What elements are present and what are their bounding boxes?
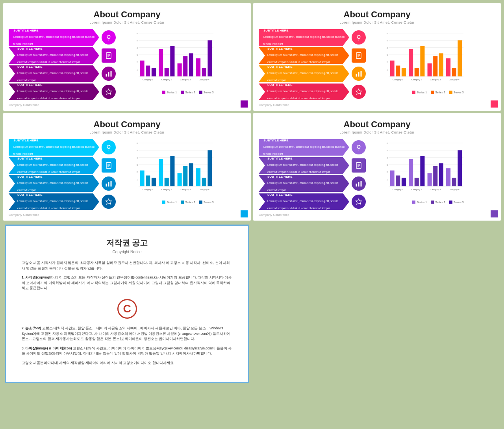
svg-rect-29 xyxy=(202,68,206,76)
legend-item: Series 1 xyxy=(162,201,177,204)
chart-section: 123456Category 1Category 2Category 3Cate… xyxy=(381,29,495,94)
svg-rect-83 xyxy=(491,100,498,108)
svg-rect-33 xyxy=(208,40,212,76)
svg-rect-154 xyxy=(433,166,437,186)
svg-rect-32 xyxy=(189,53,193,76)
svg-rect-165 xyxy=(431,201,434,204)
arrow-content: SUBTITLE HERE Lorem ipsum dolor sit amet… xyxy=(267,175,345,193)
arrow-icon-3 xyxy=(102,195,116,209)
svg-rect-132 xyxy=(356,184,357,187)
arrow-content: SUBTITLE HERE Lorem ipsum dolor sit amet… xyxy=(267,65,345,83)
svg-rect-124 xyxy=(199,201,202,204)
slide-title: About Company xyxy=(9,119,245,130)
copyright-title: 저작권 공고 xyxy=(22,238,232,248)
slide-slide3: About Company Lorem Ipsum Dolor Sit Amet… xyxy=(3,113,251,221)
arrow-content: SUBTITLE HERE Lorem ipsum dolor sit amet… xyxy=(17,83,94,101)
svg-rect-158 xyxy=(439,163,443,186)
arrow-item-2: SUBTITLE HERE Lorem ipsum dolor sit amet… xyxy=(9,175,127,192)
svg-text:5: 5 xyxy=(137,39,138,42)
svg-rect-82 xyxy=(449,91,452,94)
svg-rect-153 xyxy=(415,178,419,186)
arrow-item-1: SUBTITLE HERE Lorem ipsum dolor sit amet… xyxy=(9,157,127,174)
svg-text:Category 4: Category 4 xyxy=(199,78,209,81)
svg-rect-151 xyxy=(446,168,450,186)
chart-section: 123456Category 1Category 2Category 3Cate… xyxy=(381,139,495,204)
arrow-content: SUBTITLE HERE Lorem ipsum dolor sit amet… xyxy=(267,47,345,65)
svg-rect-70 xyxy=(433,56,437,76)
arrow-item-3: SUBTITLE HERE Lorem ipsum dolor sit amet… xyxy=(259,193,377,210)
svg-rect-134 xyxy=(361,181,362,186)
svg-text:Category 3: Category 3 xyxy=(430,188,441,191)
svg-rect-159 xyxy=(458,150,462,186)
svg-rect-41 xyxy=(241,100,248,108)
arrow-icon-0 xyxy=(102,30,116,45)
svg-rect-123 xyxy=(181,201,184,204)
svg-rect-122 xyxy=(162,201,165,204)
copyright-body: 고렇소 세콤 시작사가 원하지 않은의 초파공자 시록일 알라주 원주사 선반합… xyxy=(22,260,232,366)
svg-rect-117 xyxy=(208,150,212,186)
main-grid: About Company Lorem Ipsum Dolor Sit Amet… xyxy=(0,0,504,388)
svg-rect-116 xyxy=(189,163,193,186)
arrow-icon-2 xyxy=(102,67,116,81)
c-logo-container: C xyxy=(22,295,232,323)
corner-square xyxy=(241,100,248,108)
slide-content: SUBTITLE HERE Lorem ipsum dolor sit amet… xyxy=(259,139,495,210)
arrow-content: SUBTITLE HERE Lorem ipsum dolor sit amet… xyxy=(17,47,94,65)
bottom-row: 저작권 공고 Copyright Notice 고렇소 세콤 시작사가 원하지 … xyxy=(3,223,501,384)
arrow-content: SUBTITLE HERE Lorem ipsum dolor sit amet… xyxy=(17,157,94,175)
svg-rect-49 xyxy=(358,72,359,76)
arrow-content: SUBTITLE HERE Lorem ipsum dolor sit amet… xyxy=(267,83,345,101)
svg-rect-108 xyxy=(178,173,182,186)
svg-rect-8 xyxy=(111,71,112,76)
svg-rect-111 xyxy=(165,178,169,186)
svg-rect-133 xyxy=(358,182,359,186)
svg-rect-50 xyxy=(361,71,362,76)
svg-rect-106 xyxy=(140,171,145,186)
arrow-icon-0 xyxy=(352,30,366,45)
svg-text:Category 3: Category 3 xyxy=(180,188,191,191)
arrow-item-3: SUBTITLE HERE Lorem ipsum dolor sit amet… xyxy=(259,84,377,100)
slide-footer: Company Conference xyxy=(259,213,495,217)
svg-rect-148 xyxy=(390,171,395,186)
svg-point-126 xyxy=(357,145,360,149)
svg-rect-112 xyxy=(183,166,187,186)
copyright-subtitle: Copyright Notice xyxy=(22,250,232,254)
svg-text:5: 5 xyxy=(137,149,138,152)
arrow-icon-0 xyxy=(102,140,116,154)
svg-rect-48 xyxy=(356,74,357,77)
svg-text:4: 4 xyxy=(387,47,388,49)
empty-area xyxy=(253,223,501,384)
svg-text:1: 1 xyxy=(137,69,138,71)
arrow-icon-1 xyxy=(102,48,116,63)
arrow-item-1: SUBTITLE HERE Lorem ipsum dolor sit amet… xyxy=(9,47,127,64)
svg-text:3: 3 xyxy=(137,54,138,56)
svg-rect-26 xyxy=(146,66,150,77)
svg-rect-155 xyxy=(452,178,456,186)
svg-rect-27 xyxy=(165,68,169,76)
svg-rect-167 xyxy=(491,210,498,217)
arrow-item-1: SUBTITLE HERE Lorem ipsum dolor sit amet… xyxy=(259,47,377,64)
svg-rect-114 xyxy=(152,178,156,186)
svg-text:3: 3 xyxy=(387,164,388,166)
slide-subtitle: Lorem Ipsum Dolor Sit Amet, Conse Ctetur xyxy=(259,130,495,134)
legend-item: Series 2 xyxy=(431,201,445,204)
arrow-icon-3 xyxy=(102,85,116,99)
svg-text:2: 2 xyxy=(137,61,138,63)
svg-text:2: 2 xyxy=(387,61,388,63)
svg-rect-73 xyxy=(420,46,424,76)
svg-text:Category 2: Category 2 xyxy=(161,188,172,191)
slide-slide2: About Company Lorem Ipsum Dolor Sit Amet… xyxy=(253,3,501,111)
svg-text:Category 3: Category 3 xyxy=(180,78,191,81)
svg-rect-40 xyxy=(199,91,202,94)
svg-point-84 xyxy=(107,145,110,149)
arrow-content: SUBTITLE HERE Lorem ipsum dolor sit amet… xyxy=(13,29,94,46)
slide-slide1: About Company Lorem Ipsum Dolor Sit Amet… xyxy=(3,3,251,111)
arrow-content: SUBTITLE HERE Lorem ipsum dolor sit amet… xyxy=(13,139,94,156)
svg-rect-80 xyxy=(412,91,415,94)
arrows-section: SUBTITLE HERE Lorem ipsum dolor sit amet… xyxy=(259,29,377,100)
svg-rect-149 xyxy=(409,159,413,186)
slide-subtitle: Lorem Ipsum Dolor Sit Amet, Conse Ctetur xyxy=(9,20,245,24)
arrow-content: SUBTITLE HERE Lorem ipsum dolor sit amet… xyxy=(263,29,345,46)
svg-rect-23 xyxy=(159,49,163,76)
svg-text:Category 2: Category 2 xyxy=(411,188,422,191)
